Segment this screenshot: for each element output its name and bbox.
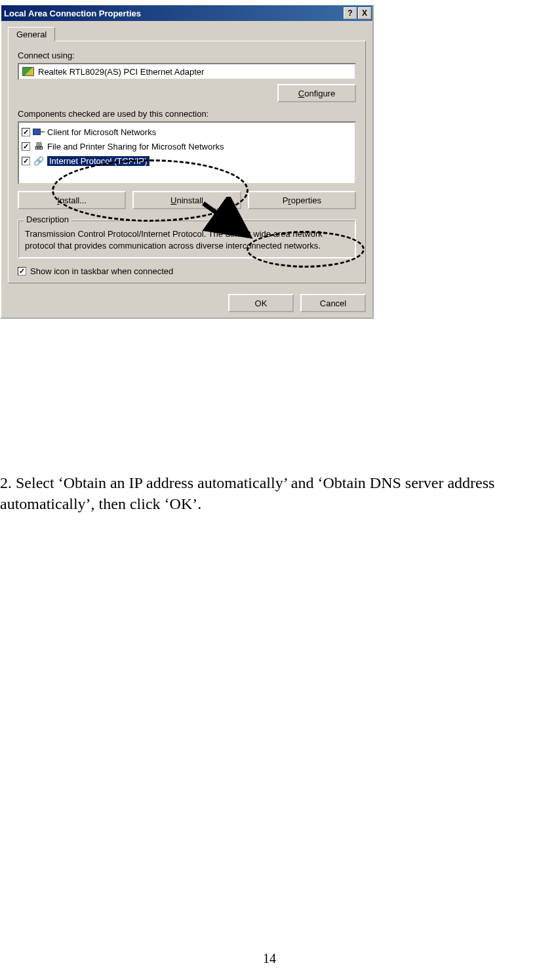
uninstall-button[interactable]: Uninstall xyxy=(132,191,241,209)
ok-button[interactable]: OK xyxy=(228,294,294,312)
properties-dialog: Local Area Connection Properties ? X Gen… xyxy=(0,4,374,319)
components-list[interactable]: Client for Microsoft Networks 🖶 File and… xyxy=(18,121,356,184)
show-icon-label: Show icon in taskbar when connected xyxy=(30,266,173,276)
dialog-footer: OK Cancel xyxy=(1,290,372,317)
dialog-body: General Connect using: Realtek RTL8029(A… xyxy=(1,21,372,290)
printer-icon: 🖶 xyxy=(33,140,45,152)
tab-panel-general: Connect using: Realtek RTL8029(AS) PCI E… xyxy=(8,41,366,283)
client-icon xyxy=(33,127,45,136)
adapter-field[interactable]: Realtek RTL8029(AS) PCI Ethernet Adapter xyxy=(18,63,356,80)
components-label: Components checked are used by this conn… xyxy=(18,109,356,119)
component-label: Internet Protocol (TCP/IP) xyxy=(47,156,150,166)
checkbox-icon[interactable] xyxy=(18,267,26,276)
dialog-title: Local Area Connection Properties xyxy=(4,9,344,18)
adapter-name: Realtek RTL8029(AS) PCI Ethernet Adapter xyxy=(38,67,204,77)
properties-button[interactable]: Properties xyxy=(248,191,356,209)
description-legend: Description xyxy=(24,214,71,224)
instruction-step-2: 2. Select ‘Obtain an IP address automati… xyxy=(0,472,539,515)
nic-icon xyxy=(22,67,34,76)
checkbox-icon[interactable] xyxy=(22,142,30,151)
connect-using-label: Connect using: xyxy=(18,51,356,60)
tab-row: General xyxy=(8,26,366,41)
titlebar[interactable]: Local Area Connection Properties ? X xyxy=(1,5,372,21)
tab-general[interactable]: General xyxy=(8,27,55,41)
component-label: File and Printer Sharing for Microsoft N… xyxy=(47,142,224,152)
checkbox-icon[interactable] xyxy=(22,128,30,136)
component-label: Client for Microsoft Networks xyxy=(47,127,156,137)
component-item-client[interactable]: Client for Microsoft Networks xyxy=(20,125,353,139)
protocol-icon: 🔗 xyxy=(33,155,45,167)
configure-button[interactable]: Configure xyxy=(277,84,356,102)
component-item-tcpip[interactable]: 🔗 Internet Protocol (TCP/IP) xyxy=(20,153,353,168)
page-number: 14 xyxy=(0,951,539,966)
show-icon-row[interactable]: Show icon in taskbar when connected xyxy=(18,266,356,276)
description-text: Transmission Control Protocol/Internet P… xyxy=(25,228,349,251)
component-actions: Install... Uninstall Properties xyxy=(18,191,356,209)
install-button[interactable]: Install... xyxy=(18,191,126,209)
description-group: Description Transmission Control Protoco… xyxy=(18,220,356,258)
checkbox-icon[interactable] xyxy=(22,157,30,165)
cancel-button[interactable]: Cancel xyxy=(300,294,366,312)
component-item-fileprint[interactable]: 🖶 File and Printer Sharing for Microsoft… xyxy=(20,139,353,153)
close-button[interactable]: X xyxy=(358,7,371,19)
help-button[interactable]: ? xyxy=(344,7,357,19)
